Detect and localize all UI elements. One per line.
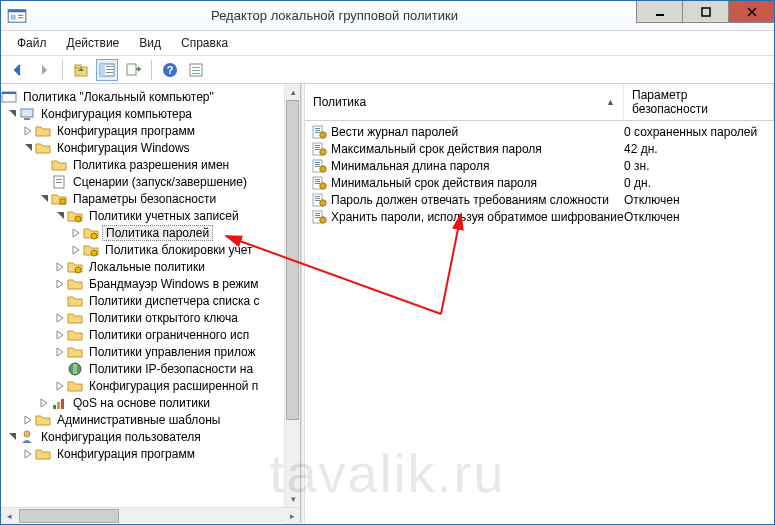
expander-icon[interactable] (5, 107, 19, 121)
tree-item-lockout-policy[interactable]: Политика блокировки учет (1, 241, 284, 258)
folder-icon (35, 446, 51, 462)
tree-label: Политики диспетчера списка с (86, 294, 263, 308)
svg-rect-3 (18, 14, 23, 15)
policy-item-icon (311, 192, 327, 208)
tree-item-qos[interactable]: QoS на основе политики (1, 394, 284, 411)
policy-folder-icon (67, 208, 83, 224)
close-button[interactable] (728, 1, 774, 23)
cell-policy-value: 0 сохраненных паролей (624, 125, 768, 139)
tree-item-security-settings[interactable]: Параметры безопасности (1, 190, 284, 207)
expander-icon[interactable] (53, 328, 67, 342)
expander-icon[interactable] (5, 430, 19, 444)
svg-rect-27 (56, 182, 62, 183)
tree-item-netlist[interactable]: Политики диспетчера списка с (1, 292, 284, 309)
tree-label: Параметры безопасности (70, 192, 219, 206)
policy-folder-icon (83, 225, 99, 241)
expander-icon[interactable] (53, 277, 67, 291)
svg-rect-41 (315, 130, 320, 131)
script-icon (51, 174, 67, 190)
tree-item-restricted[interactable]: Политики ограниченного исп (1, 326, 284, 343)
tree-item-computer-config[interactable]: Конфигурация компьютера (1, 105, 284, 122)
svg-rect-46 (315, 147, 320, 148)
tree-item-admin-templates[interactable]: Административные шаблоны (1, 411, 284, 428)
tree-item-app-control[interactable]: Политики управления прилож (1, 343, 284, 360)
svg-rect-47 (315, 149, 320, 150)
up-button[interactable] (70, 59, 92, 81)
menu-view[interactable]: Вид (129, 34, 171, 52)
menu-file[interactable]: Файл (7, 34, 57, 52)
help-button[interactable]: ? (159, 59, 181, 81)
tree-item-public-key[interactable]: Политики открытого ключа (1, 309, 284, 326)
tree-item-password-policy[interactable]: Политика паролей (1, 224, 284, 241)
tree-item-ipsec[interactable]: Политики IP-безопасности на (1, 360, 284, 377)
expander-icon[interactable] (53, 209, 67, 223)
svg-rect-22 (2, 92, 16, 94)
list-row[interactable]: Пароль должен отвечать требованиям сложн… (305, 191, 774, 208)
tree-item-user-software-config[interactable]: Конфигурация программ (1, 445, 284, 462)
svg-rect-51 (315, 164, 320, 165)
cell-policy-name: Хранить пароли, используя обратимое шифр… (331, 210, 624, 224)
tree-item-user-config[interactable]: Конфигурация пользователя (1, 428, 284, 445)
export-list-button[interactable] (122, 59, 144, 81)
expander-icon[interactable] (21, 447, 35, 461)
expander-icon[interactable] (69, 226, 83, 240)
maximize-button[interactable] (682, 1, 728, 23)
firewall-icon (67, 276, 83, 292)
navigation-tree[interactable]: Политика "Локальный компьютер" Конфигура… (1, 84, 284, 507)
tree-item-local-policies[interactable]: Локальные политики (1, 258, 284, 275)
expander-icon[interactable] (69, 243, 83, 257)
expander-icon[interactable] (37, 192, 51, 206)
svg-rect-56 (315, 181, 320, 182)
tree-item-software-config[interactable]: Конфигурация программ (1, 122, 284, 139)
show-hide-tree-button[interactable] (96, 59, 118, 81)
expander-icon[interactable] (53, 260, 67, 274)
folder-icon (35, 412, 51, 428)
list-row[interactable]: Хранить пароли, используя обратимое шифр… (305, 208, 774, 225)
svg-rect-12 (106, 69, 113, 70)
expander-icon[interactable] (53, 311, 67, 325)
minimize-button[interactable] (636, 1, 682, 23)
tree-item-scripts[interactable]: Сценарии (запуск/завершение) (1, 173, 284, 190)
list-row[interactable]: Минимальный срок действия пароля0 дн. (305, 174, 774, 191)
expander-icon[interactable] (21, 124, 35, 138)
tree-item-account-policies[interactable]: Политики учетных записей (1, 207, 284, 224)
forward-button[interactable] (33, 59, 55, 81)
expander-icon[interactable] (53, 379, 67, 393)
menu-action[interactable]: Действие (57, 34, 130, 52)
svg-rect-24 (24, 118, 30, 120)
svg-point-63 (320, 199, 326, 205)
properties-button[interactable] (185, 59, 207, 81)
expander-icon[interactable] (21, 141, 35, 155)
svg-rect-34 (73, 364, 77, 374)
expander-icon[interactable] (21, 413, 35, 427)
list-row[interactable]: Минимальная длина пароля0 зн. (305, 157, 774, 174)
svg-point-30 (91, 233, 97, 239)
tree-item-root[interactable]: Политика "Локальный компьютер" (1, 88, 284, 105)
folder-icon (67, 293, 83, 309)
svg-point-43 (320, 131, 326, 137)
list-body[interactable]: Вести журнал паролей0 сохраненных пароле… (305, 121, 774, 523)
tree-vertical-scrollbar[interactable]: ▴ ▾ (284, 84, 300, 507)
folder-icon (35, 140, 51, 156)
window-title: Редактор локальной групповой политики (33, 8, 636, 23)
qos-icon (51, 395, 67, 411)
list-row[interactable]: Вести журнал паролей0 сохраненных пароле… (305, 123, 774, 140)
toolbar-separator (62, 60, 63, 80)
tree-label: Сценарии (запуск/завершение) (70, 175, 250, 189)
expander-icon[interactable] (53, 345, 67, 359)
tree-item-name-res[interactable]: Политика разрешения имен (1, 156, 284, 173)
menu-help[interactable]: Справка (171, 34, 238, 52)
app-icon (7, 6, 27, 26)
tree-item-advanced-audit[interactable]: Конфигурация расширенной п (1, 377, 284, 394)
list-row[interactable]: Максимальный срок действия пароля42 дн. (305, 140, 774, 157)
tree-horizontal-scrollbar[interactable]: ◂ ▸ (1, 507, 300, 523)
tree-label: Административные шаблоны (54, 413, 223, 427)
column-header-param[interactable]: Параметр безопасности (624, 84, 774, 120)
policy-item-icon (311, 209, 327, 225)
svg-rect-55 (315, 179, 320, 180)
column-header-policy[interactable]: Политика ▲ (305, 84, 624, 120)
back-button[interactable] (7, 59, 29, 81)
expander-icon[interactable] (37, 396, 51, 410)
tree-item-firewall[interactable]: Брандмауэр Windows в режим (1, 275, 284, 292)
tree-item-windows-config[interactable]: Конфигурация Windows (1, 139, 284, 156)
